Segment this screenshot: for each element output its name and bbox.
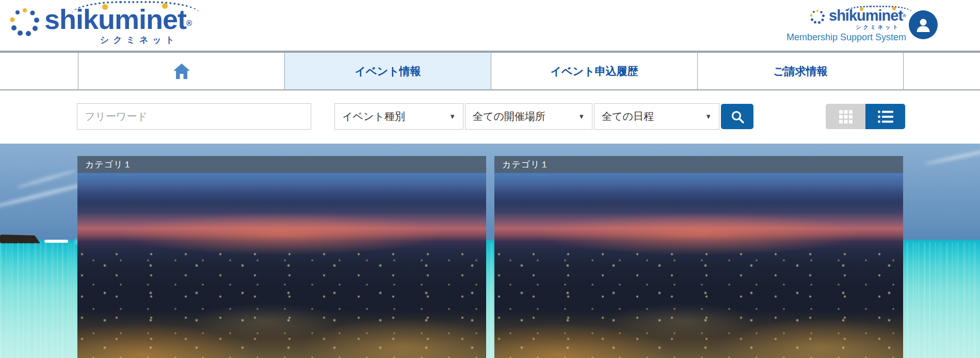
header: shikuminet® シクミネット shikuminet® シクミネット [0,0,980,52]
search-filter-bar: イベント種別 ▼ 全ての開催場所 ▼ 全ての日程 ▼ [0,90,980,144]
grid-view-button[interactable] [826,104,865,129]
view-toggle-group [826,104,905,129]
city-glow [494,310,903,358]
chevron-down-icon: ▼ [705,113,712,120]
header-right-logo: shikuminet® シクミネット [809,8,906,31]
user-avatar-button[interactable] [909,10,938,39]
page: shikuminet® シクミネット shikuminet® シクミネット [0,0,980,358]
logo-katakana: シクミネット [829,24,906,31]
tab-event-info[interactable]: イベント情報 [284,53,491,89]
search-button[interactable] [721,104,753,129]
event-category-badge: カテゴリ１ [77,156,486,173]
chevron-down-icon: ▼ [578,113,585,120]
logo-registered-mark: ® [903,13,906,19]
event-type-value: イベント種別 [342,110,405,123]
tab-home[interactable] [78,53,284,89]
event-card[interactable]: カテゴリ１ [494,156,903,358]
event-category-badge: カテゴリ１ [494,156,903,173]
venue-select[interactable]: 全ての開催場所 ▼ [465,103,592,130]
home-icon [173,63,190,80]
island [0,235,40,243]
event-card[interactable]: カテゴリ１ [77,156,486,358]
chevron-down-icon: ▼ [449,113,456,120]
logo-dot-ring-icon [8,5,41,38]
logo: shikuminet® シクミネット [8,5,192,46]
logo-yellow-dot [860,7,863,11]
tab-event-application-history[interactable]: イベント申込履歴 [491,53,697,89]
boat-wake [44,240,68,243]
event-image [494,173,903,358]
content-area: カテゴリ１ カテゴリ１ [0,144,980,358]
logo-registered-mark: ® [186,19,192,27]
schedule-select[interactable]: 全ての日程 ▼ [594,103,719,130]
venue-value: 全ての開催場所 [473,110,545,123]
logo-yellow-dot [102,4,108,10]
grid-icon [838,109,854,124]
logo-yellow-dot [162,3,168,9]
logo-katakana: シクミネット [44,34,192,46]
cloud-streak [17,169,77,189]
schedule-value: 全ての日程 [602,110,654,123]
logo-yellow-dot [892,7,896,10]
list-icon [877,110,894,124]
nav-spacer [0,53,78,89]
event-type-select[interactable]: イベント種別 ▼ [334,103,463,130]
event-image [77,173,486,358]
logo-wordmark: shikuminet [829,7,903,24]
search-icon [730,110,745,124]
logo-dot-ring-icon [809,8,826,25]
cloud-streak [924,145,980,165]
main-nav: イベント情報 イベント申込履歴 ご請求情報 [0,52,980,90]
keyword-input[interactable] [77,103,311,130]
person-icon [914,16,932,34]
list-view-button[interactable] [865,104,905,129]
system-tagline: Membership Support System [779,32,906,43]
city-glow [77,310,486,358]
tab-billing-info[interactable]: ご請求情報 [697,53,904,89]
